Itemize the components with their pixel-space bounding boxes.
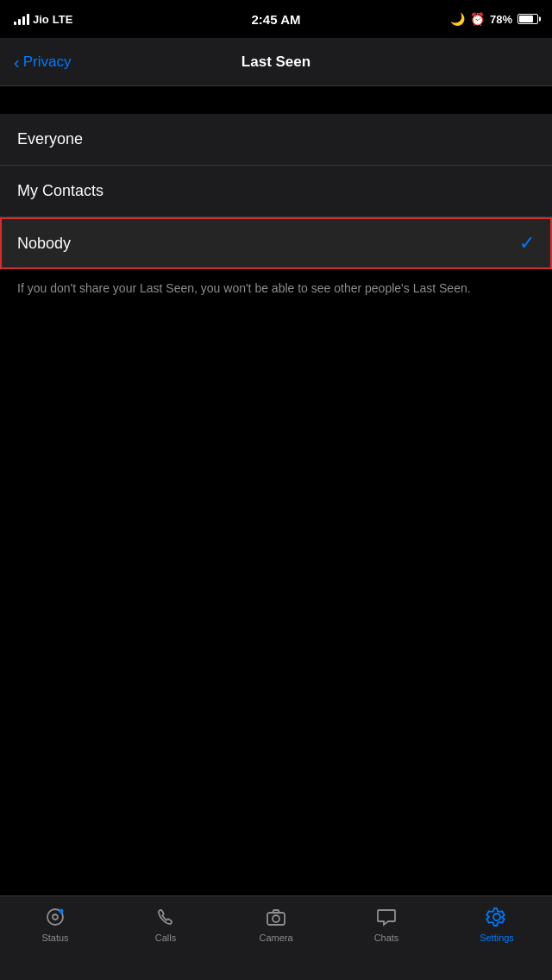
option-everyone[interactable]: Everyone	[0, 114, 552, 166]
options-list: Everyone My Contacts Nobody ✓	[0, 114, 552, 269]
tab-camera[interactable]: Camera	[221, 905, 331, 943]
tab-settings[interactable]: Settings	[442, 905, 552, 943]
camera-tab-icon	[264, 905, 288, 929]
svg-point-1	[53, 914, 58, 920]
tab-chats-label: Chats	[374, 933, 399, 943]
tab-settings-label: Settings	[480, 933, 514, 943]
moon-icon: 🌙	[450, 12, 465, 26]
carrier-label: Jio	[33, 13, 49, 26]
chevron-left-icon: ‹	[14, 53, 20, 71]
chats-tab-icon	[374, 905, 398, 929]
tab-bar: Status Calls Camera Chats	[0, 895, 552, 980]
status-right: 🌙 ⏰ 78%	[450, 12, 538, 26]
settings-tab-icon	[485, 905, 509, 929]
tab-camera-label: Camera	[259, 933, 292, 943]
option-nobody-label: Nobody	[17, 235, 71, 253]
info-text: If you don't share your Last Seen, you w…	[0, 269, 552, 308]
nav-bar: ‹ Privacy Last Seen	[0, 38, 552, 86]
tab-calls[interactable]: Calls	[110, 905, 221, 943]
signal-icon	[14, 13, 29, 25]
network-type-label: LTE	[53, 13, 73, 26]
option-everyone-label: Everyone	[17, 130, 83, 148]
tab-status-label: Status	[41, 933, 68, 943]
alarm-icon: ⏰	[470, 12, 485, 26]
svg-rect-3	[267, 913, 285, 925]
option-mycontacts[interactable]: My Contacts	[0, 166, 552, 217]
svg-point-5	[493, 914, 500, 920]
option-mycontacts-label: My Contacts	[17, 182, 104, 200]
tab-status[interactable]: Status	[0, 905, 110, 943]
tab-chats[interactable]: Chats	[331, 905, 442, 943]
top-spacer	[0, 86, 552, 114]
calls-tab-icon	[154, 905, 178, 929]
status-bar: Jio LTE 2:45 AM 🌙 ⏰ 78%	[0, 0, 552, 38]
battery-icon	[518, 14, 538, 24]
battery-percent-label: 78%	[490, 13, 512, 26]
page-title: Last Seen	[242, 53, 310, 71]
back-label: Privacy	[23, 53, 72, 71]
svg-point-2	[60, 909, 64, 914]
checkmark-icon: ✓	[519, 232, 535, 254]
status-tab-icon	[43, 905, 67, 929]
back-button[interactable]: ‹ Privacy	[14, 53, 71, 71]
option-nobody[interactable]: Nobody ✓	[0, 217, 552, 269]
svg-point-4	[273, 915, 279, 922]
tab-calls-label: Calls	[155, 933, 176, 943]
status-left: Jio LTE	[14, 13, 72, 26]
time-label: 2:45 AM	[252, 12, 301, 27]
